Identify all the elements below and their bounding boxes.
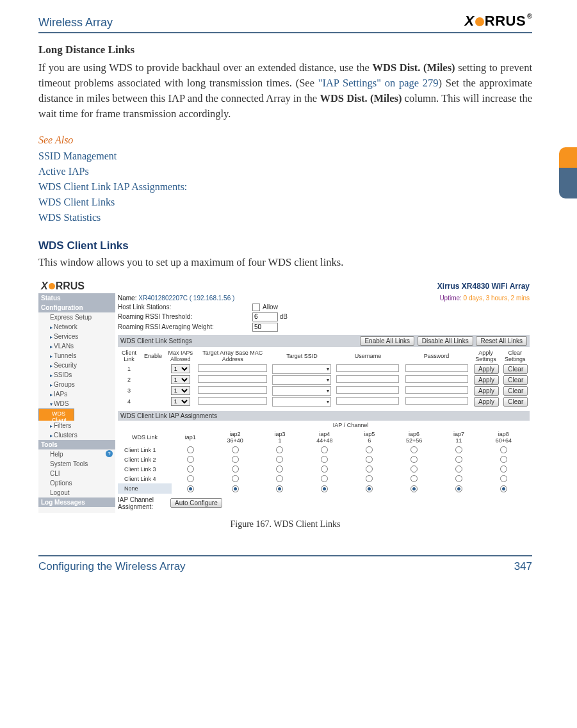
- apply-button[interactable]: Apply: [474, 375, 499, 385]
- sidebar-item[interactable]: VLANs: [38, 341, 115, 351]
- sidebar-item[interactable]: IAPs: [38, 389, 115, 399]
- clear-button[interactable]: Clear: [503, 364, 528, 374]
- iap-radio[interactable]: [321, 485, 328, 492]
- iap-radio[interactable]: [410, 446, 418, 453]
- max-iaps-select[interactable]: 1: [171, 386, 190, 395]
- max-iaps-select[interactable]: 1: [171, 364, 190, 373]
- see-also-link[interactable]: WDS Client Link IAP Assignments:: [38, 179, 532, 195]
- iap-radio[interactable]: [410, 475, 418, 482]
- iap-radio[interactable]: [276, 475, 283, 482]
- clear-button[interactable]: Clear: [503, 397, 528, 407]
- sidebar-status[interactable]: Status: [38, 293, 115, 303]
- username-input[interactable]: [336, 375, 399, 383]
- iap-radio[interactable]: [500, 475, 507, 482]
- username-input[interactable]: [336, 386, 399, 394]
- iap-radio[interactable]: [276, 446, 283, 453]
- help-icon[interactable]: ?: [106, 450, 113, 457]
- mac-input[interactable]: [198, 364, 267, 372]
- iap-settings-link[interactable]: "IAP Settings" on page 279: [318, 77, 439, 89]
- iap-radio[interactable]: [455, 446, 462, 453]
- see-also-link[interactable]: Active IAPs: [38, 164, 532, 179]
- sidebar-item[interactable]: SSIDs: [38, 370, 115, 380]
- sidebar-item[interactable]: Groups: [38, 380, 115, 389]
- iap-radio[interactable]: [232, 446, 239, 453]
- ssid-select[interactable]: [272, 397, 331, 407]
- iap-radio[interactable]: [232, 456, 239, 463]
- see-also-link[interactable]: WDS Client Links: [38, 195, 532, 210]
- password-input[interactable]: [405, 375, 468, 383]
- reset-all-button[interactable]: Reset All Links: [476, 336, 527, 346]
- iap-radio[interactable]: [187, 446, 194, 453]
- see-also-link[interactable]: SSID Management: [38, 149, 532, 164]
- allow-checkbox[interactable]: [252, 303, 260, 311]
- iap-radio[interactable]: [455, 475, 462, 482]
- ssid-select[interactable]: [272, 364, 331, 374]
- iap-radio[interactable]: [500, 465, 507, 473]
- sidebar-item[interactable]: Services: [38, 332, 115, 341]
- iap-radio[interactable]: [276, 465, 283, 473]
- username-input[interactable]: [336, 397, 399, 405]
- iap-radio[interactable]: [232, 465, 239, 473]
- password-input[interactable]: [405, 397, 468, 405]
- iap-radio[interactable]: [410, 485, 418, 492]
- iap-radio[interactable]: [232, 485, 239, 492]
- iap-radio[interactable]: [187, 475, 194, 482]
- sidebar-tool[interactable]: Help?: [38, 449, 115, 459]
- iap-radio[interactable]: [455, 456, 462, 463]
- iap-radio[interactable]: [410, 465, 418, 473]
- sidebar-item[interactable]: Filters: [38, 421, 115, 430]
- see-also-link[interactable]: WDS Statistics: [38, 210, 532, 225]
- iap-radio[interactable]: [455, 485, 462, 492]
- apply-button[interactable]: Apply: [474, 397, 499, 407]
- sidebar-item[interactable]: Security: [38, 360, 115, 370]
- iap-radio[interactable]: [366, 485, 373, 492]
- sidebar-item[interactable]: Express Setup: [38, 312, 115, 322]
- iap-radio[interactable]: [321, 475, 328, 482]
- weight-input[interactable]: [252, 323, 278, 332]
- auto-configure-button[interactable]: Auto Configure: [170, 498, 222, 508]
- max-iaps-select[interactable]: 1: [171, 375, 190, 384]
- iap-radio[interactable]: [366, 465, 373, 473]
- iap-radio[interactable]: [410, 456, 418, 463]
- mac-input[interactable]: [198, 397, 267, 405]
- iap-radio[interactable]: [500, 485, 507, 492]
- iap-radio[interactable]: [366, 475, 373, 482]
- sidebar-tool[interactable]: Logout: [38, 488, 115, 497]
- sidebar-item-selected[interactable]: WDS Client Links: [38, 408, 74, 421]
- clear-button[interactable]: Clear: [503, 386, 528, 396]
- iap-radio[interactable]: [187, 465, 194, 473]
- clear-button[interactable]: Clear: [503, 375, 528, 385]
- sidebar-tool[interactable]: System Tools: [38, 459, 115, 469]
- ssid-select[interactable]: [272, 386, 331, 396]
- ssid-select[interactable]: [272, 375, 331, 385]
- rssi-input[interactable]: [252, 312, 278, 321]
- password-input[interactable]: [405, 386, 468, 394]
- sidebar-tool[interactable]: CLI: [38, 469, 115, 478]
- enable-all-button[interactable]: Enable All Links: [360, 336, 414, 346]
- sidebar-item[interactable]: Network: [38, 322, 115, 332]
- apply-button[interactable]: Apply: [474, 386, 499, 396]
- iap-radio[interactable]: [187, 485, 194, 492]
- sidebar-tools[interactable]: Tools: [38, 440, 115, 449]
- mac-input[interactable]: [198, 386, 267, 394]
- username-input[interactable]: [336, 364, 399, 372]
- iap-radio[interactable]: [321, 456, 328, 463]
- iap-radio[interactable]: [276, 485, 283, 492]
- iap-radio[interactable]: [500, 446, 507, 453]
- sidebar-item[interactable]: Clusters: [38, 430, 115, 440]
- iap-radio[interactable]: [276, 456, 283, 463]
- iap-radio[interactable]: [321, 465, 328, 473]
- password-input[interactable]: [405, 364, 468, 372]
- iap-radio[interactable]: [187, 456, 194, 463]
- apply-button[interactable]: Apply: [474, 364, 499, 374]
- iap-radio[interactable]: [366, 456, 373, 463]
- sidebar-tool[interactable]: Options: [38, 478, 115, 488]
- mac-input[interactable]: [198, 375, 267, 383]
- iap-radio[interactable]: [455, 465, 462, 473]
- iap-radio[interactable]: [500, 456, 507, 463]
- iap-radio[interactable]: [366, 446, 373, 453]
- max-iaps-select[interactable]: 1: [171, 397, 190, 406]
- disable-all-button[interactable]: Disable All Links: [418, 336, 473, 346]
- sidebar-item[interactable]: Tunnels: [38, 351, 115, 360]
- iap-radio[interactable]: [321, 446, 328, 453]
